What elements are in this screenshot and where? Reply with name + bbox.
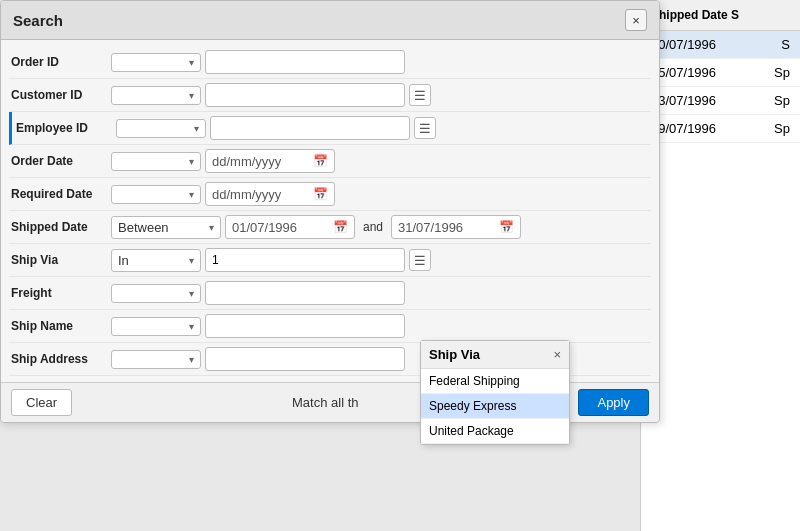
employee-id-operator[interactable]: ▾	[116, 119, 206, 138]
required-date-input[interactable]: dd/mm/yyyy 📅	[205, 182, 335, 206]
required-date-row: Required Date ▾ dd/mm/yyyy 📅	[9, 178, 651, 211]
calendar-icon: 📅	[333, 220, 348, 234]
ship-via-popup-header: Ship Via ×	[421, 341, 569, 369]
employee-id-controls: ▾ ☰	[116, 116, 649, 140]
customer-id-input[interactable]	[205, 83, 405, 107]
shipped-date-to-input[interactable]: 31/07/1996 📅	[391, 215, 521, 239]
shipped-date-from-input[interactable]: 01/07/1996 📅	[225, 215, 355, 239]
apply-button[interactable]: Apply	[578, 389, 649, 416]
order-date-label: Order Date	[11, 154, 111, 168]
customer-id-label: Customer ID	[11, 88, 111, 102]
chevron-down-icon: ▾	[189, 189, 194, 200]
customer-id-list-button[interactable]: ☰	[409, 84, 431, 106]
shipped-date-label: Shipped Date	[11, 220, 111, 234]
employee-id-row: Employee ID ▾ ☰	[9, 112, 651, 145]
ship-via-popup: Ship Via × Federal Shipping Speedy Expre…	[420, 340, 570, 445]
order-date-input[interactable]: dd/mm/yyyy 📅	[205, 149, 335, 173]
ship-via-label: Ship Via	[11, 253, 111, 267]
and-label: and	[359, 220, 387, 234]
required-date-label: Required Date	[11, 187, 111, 201]
freight-row: Freight ▾	[9, 277, 651, 310]
calendar-icon: 📅	[313, 154, 328, 168]
order-id-label: Order ID	[11, 55, 111, 69]
ship-name-row: Ship Name ▾	[9, 310, 651, 343]
employee-id-label: Employee ID	[16, 121, 116, 135]
table-row: 23/07/1996 Sp	[641, 87, 800, 115]
ship-name-input[interactable]	[205, 314, 405, 338]
shipped-date-row: Shipped Date Between ▾ 01/07/1996 📅 and …	[9, 211, 651, 244]
customer-id-row: Customer ID ▾ ☰	[9, 79, 651, 112]
freight-controls: ▾	[111, 281, 649, 305]
chevron-down-icon: ▾	[189, 255, 194, 266]
required-date-operator[interactable]: ▾	[111, 185, 201, 204]
table-background: Shipped Date S 10/07/1996 S 15/07/1996 S…	[640, 0, 800, 531]
order-date-row: Order Date ▾ dd/mm/yyyy 📅	[9, 145, 651, 178]
chevron-down-icon: ▾	[189, 156, 194, 167]
customer-id-controls: ▾ ☰	[111, 83, 649, 107]
order-id-controls: ▾	[111, 50, 649, 74]
ship-address-operator[interactable]: ▾	[111, 350, 201, 369]
chevron-down-icon: ▾	[189, 321, 194, 332]
freight-operator[interactable]: ▾	[111, 284, 201, 303]
ship-name-operator[interactable]: ▾	[111, 317, 201, 336]
order-id-row: Order ID ▾	[9, 46, 651, 79]
chevron-down-icon: ▾	[189, 57, 194, 68]
ship-via-row: Ship Via In ▾ ☰	[9, 244, 651, 277]
clear-button[interactable]: Clear	[11, 389, 72, 416]
order-id-input[interactable]	[205, 50, 405, 74]
ship-via-operator[interactable]: In ▾	[111, 249, 201, 272]
order-date-operator[interactable]: ▾	[111, 152, 201, 171]
ship-via-controls: In ▾ ☰	[111, 248, 649, 272]
chevron-down-icon: ▾	[194, 123, 199, 134]
chevron-down-icon: ▾	[189, 354, 194, 365]
shipped-date-operator[interactable]: Between ▾	[111, 216, 221, 239]
table-column-header: Shipped Date S	[641, 0, 800, 31]
chevron-down-icon: ▾	[189, 90, 194, 101]
customer-id-operator[interactable]: ▾	[111, 86, 201, 105]
ship-address-input[interactable]	[205, 347, 405, 371]
chevron-down-icon: ▾	[189, 288, 194, 299]
employee-id-list-button[interactable]: ☰	[414, 117, 436, 139]
ship-via-item-federal[interactable]: Federal Shipping	[421, 369, 569, 394]
ship-via-item-united[interactable]: United Package	[421, 419, 569, 444]
shipped-date-controls: Between ▾ 01/07/1996 📅 and 31/07/1996 📅	[111, 215, 649, 239]
ship-name-label: Ship Name	[11, 319, 111, 333]
ship-address-label: Ship Address	[11, 352, 111, 366]
ship-via-popup-close-button[interactable]: ×	[553, 347, 561, 362]
ship-via-input[interactable]	[205, 248, 405, 272]
ship-name-controls: ▾	[111, 314, 649, 338]
search-header: Search ×	[1, 1, 659, 40]
freight-label: Freight	[11, 286, 111, 300]
match-all-label: Match all th	[292, 395, 358, 410]
order-id-operator[interactable]: ▾	[111, 53, 201, 72]
close-button[interactable]: ×	[625, 9, 647, 31]
ship-via-list-button[interactable]: ☰	[409, 249, 431, 271]
table-row: 10/07/1996 S	[641, 31, 800, 59]
ship-via-popup-title: Ship Via	[429, 347, 480, 362]
search-body: Order ID ▾ Customer ID ▾	[1, 40, 659, 382]
calendar-icon: 📅	[313, 187, 328, 201]
main-container: Shipped Date S 10/07/1996 S 15/07/1996 S…	[0, 0, 800, 531]
calendar-icon: 📅	[499, 220, 514, 234]
ship-via-item-speedy[interactable]: Speedy Express	[421, 394, 569, 419]
table-row: 15/07/1996 Sp	[641, 59, 800, 87]
chevron-down-icon: ▾	[209, 222, 214, 233]
ship-via-popup-list: Federal Shipping Speedy Express United P…	[421, 369, 569, 444]
table-row: 29/07/1996 Sp	[641, 115, 800, 143]
order-date-controls: ▾ dd/mm/yyyy 📅	[111, 149, 649, 173]
required-date-controls: ▾ dd/mm/yyyy 📅	[111, 182, 649, 206]
employee-id-input[interactable]	[210, 116, 410, 140]
freight-input[interactable]	[205, 281, 405, 305]
search-title: Search	[13, 12, 63, 29]
